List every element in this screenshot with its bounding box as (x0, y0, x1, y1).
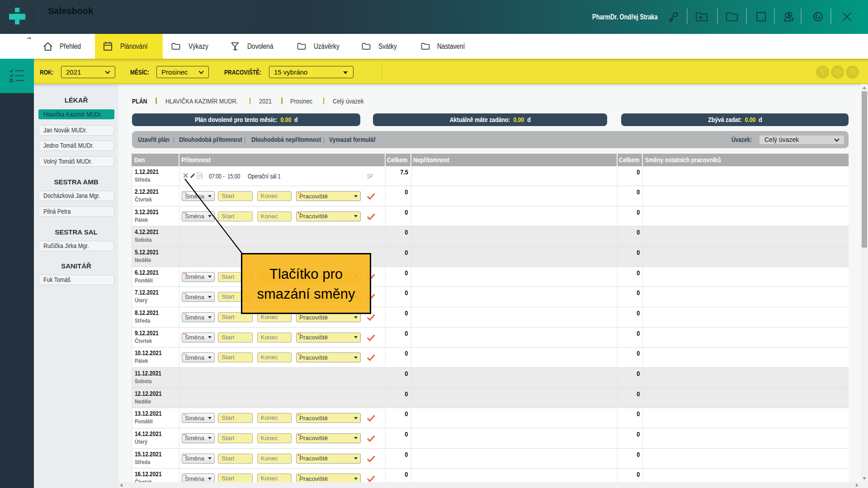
svg-text:N: N (699, 15, 703, 20)
